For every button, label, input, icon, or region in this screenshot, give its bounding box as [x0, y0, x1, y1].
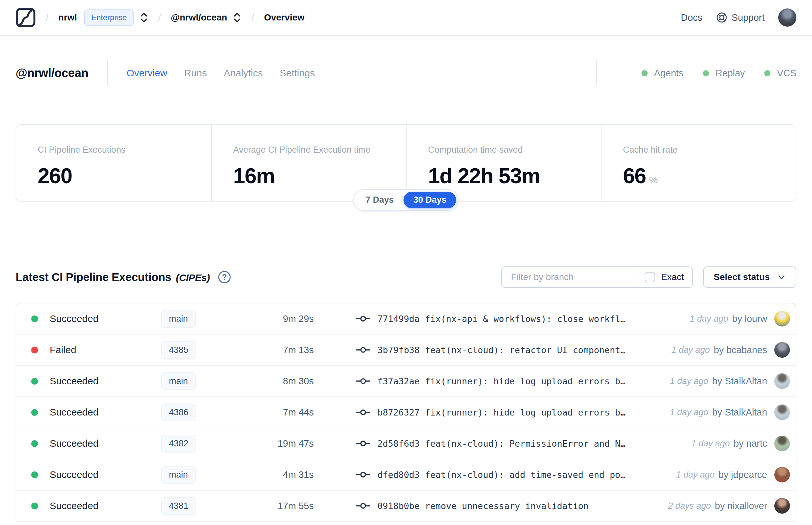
duration-cell: 8m 30s [252, 376, 314, 387]
author-avatar[interactable] [774, 404, 790, 420]
range-30-days[interactable]: 30 Days [403, 192, 456, 208]
status-cell: Succeeded [31, 376, 161, 387]
table-row[interactable]: Succeeded main 9m 29s 771499da fix(nx-ap… [16, 303, 796, 335]
branch-badge[interactable]: main [161, 372, 196, 390]
duration-cell: 7m 13s [252, 345, 314, 356]
branch-badge[interactable]: 4385 [161, 341, 196, 359]
branch-cell: main [161, 372, 252, 390]
commit-message[interactable]: b8726327 fix(runner): hide log upload er… [378, 407, 626, 418]
top-navbar: / nrwl Enterprise / @nrwl/ocean / Overvi… [0, 0, 812, 36]
commit-message[interactable]: 2d58f6d3 feat(nx-cloud): PermissionError… [378, 439, 626, 449]
breadcrumb-org[interactable]: nrwl [58, 12, 77, 23]
author-avatar[interactable] [774, 467, 790, 482]
author-avatar[interactable] [774, 436, 790, 451]
status-cell: Succeeded [31, 469, 161, 480]
status-dot [31, 471, 38, 478]
status-dot [31, 315, 38, 322]
status-dot [31, 378, 38, 385]
commit-cell: b8726327 fix(runner): hide log upload er… [356, 407, 626, 418]
table-filters: Exact Select status [501, 266, 796, 288]
tab-settings[interactable]: Settings [280, 68, 315, 79]
branch-badge[interactable]: main [161, 466, 196, 484]
branch-badge[interactable]: main [161, 310, 196, 328]
commit-message[interactable]: 0918b0be remove unnecessary invalidation [378, 501, 588, 511]
commit-cell: 771499da fix(nx-api & workflows): close … [356, 314, 626, 324]
table-row[interactable]: Succeeded main 4m 31s dfed80d3 feat(nx-c… [16, 460, 796, 491]
commit-message[interactable]: dfed80d3 feat(nx-cloud): add time-saved … [378, 470, 626, 480]
status-agents[interactable]: Agents [642, 68, 684, 79]
commit-message[interactable]: f37a32ae fix(runner): hide log upload er… [378, 376, 626, 386]
git-commit-icon [356, 345, 370, 355]
branch-filter-input[interactable] [502, 267, 635, 287]
time-ago: 1 day ago [670, 376, 708, 386]
section-title: Latest CI Pipeline Executions(CIPEs) [16, 271, 210, 284]
status-vcs[interactable]: VCS [764, 68, 796, 79]
table-row[interactable]: Succeeded main 8m 30s f37a32ae fix(runne… [16, 366, 796, 397]
chevron-down-icon [777, 273, 786, 282]
meta-cell: 1 day ago by jdpearce [676, 467, 790, 482]
support-link[interactable]: Support [716, 12, 765, 24]
breadcrumb-workspace[interactable]: @nrwl/ocean [171, 12, 227, 23]
git-commit-icon [356, 501, 370, 511]
divider [107, 60, 108, 86]
commit-message[interactable]: 3b79fb38 feat(nx-cloud): refactor UI com… [378, 345, 626, 355]
status-cell: Succeeded [31, 313, 161, 324]
status-dot [31, 347, 38, 354]
time-ago: 1 day ago [676, 470, 715, 480]
status-cell: Failed [31, 344, 161, 356]
workspace-switcher-chevron-up-down-icon[interactable] [233, 11, 241, 24]
breadcrumb-page: Overview [264, 12, 305, 23]
author-avatar[interactable] [774, 342, 790, 358]
commit-message[interactable]: 771499da fix(nx-api & workflows): close … [378, 314, 626, 324]
author-avatar[interactable] [774, 373, 790, 389]
range-7-days[interactable]: 7 Days [356, 192, 403, 208]
table-row[interactable]: Succeeded 4381 17m 55s 0918b0be remove u… [16, 491, 796, 522]
status-cell: Succeeded [31, 438, 161, 449]
question-circle-icon[interactable]: ? [218, 271, 231, 283]
breadcrumb-separator: / [45, 11, 48, 24]
breadcrumb-separator: / [251, 11, 254, 24]
stat-card-ci-pipeline-executions: CI Pipeline Executions 260 [16, 125, 211, 201]
stats-section: CI Pipeline Executions 260 Average CI Pi… [16, 124, 796, 202]
table-row[interactable]: Succeeded 4382 19m 47s 2d58f6d3 feat(nx-… [16, 428, 796, 460]
branch-cell: 4385 [161, 341, 252, 359]
exact-checkbox[interactable] [645, 272, 655, 282]
table-row[interactable]: Failed 4385 7m 13s 3b79fb38 feat(nx-clou… [16, 335, 796, 366]
branch-badge[interactable]: 4386 [161, 404, 196, 421]
author-avatar[interactable] [774, 311, 790, 327]
docs-link[interactable]: Docs [681, 12, 702, 23]
commit-author: by nixallover [715, 501, 767, 511]
meta-cell: 1 day ago by lourw [690, 311, 790, 327]
cipe-table: Succeeded main 9m 29s 771499da fix(nx-ap… [16, 303, 796, 522]
nx-cloud-logo-icon[interactable] [16, 7, 36, 28]
author-avatar[interactable] [774, 498, 790, 514]
enterprise-badge[interactable]: Enterprise [84, 10, 134, 26]
exact-toggle: Exact [635, 267, 692, 287]
commit-cell: dfed80d3 feat(nx-cloud): add time-saved … [356, 470, 626, 480]
commit-author: by bcabanes [714, 345, 767, 356]
git-commit-icon [356, 407, 370, 417]
git-commit-icon [356, 439, 370, 448]
tab-overview[interactable]: Overview [127, 68, 167, 79]
org-switcher-chevron-up-down-icon[interactable] [140, 11, 148, 24]
lifebuoy-icon [716, 12, 727, 24]
workspace-header: @nrwl/ocean Overview Runs Analytics Sett… [0, 62, 812, 85]
meta-cell: 1 day ago by nartc [691, 436, 790, 451]
time-ago: 1 day ago [671, 345, 710, 355]
status-replay[interactable]: Replay [703, 68, 745, 79]
status-dot [31, 502, 38, 509]
status-select-dropdown[interactable]: Select status [703, 266, 796, 288]
user-avatar[interactable] [778, 9, 796, 27]
tab-runs[interactable]: Runs [184, 68, 207, 79]
branch-badge[interactable]: 4382 [161, 435, 196, 452]
divider [596, 60, 597, 86]
branch-badge[interactable]: 4381 [161, 497, 196, 515]
tab-analytics[interactable]: Analytics [224, 68, 263, 79]
branch-cell: 4381 [161, 497, 252, 515]
table-row[interactable]: Succeeded 4386 7m 44s b8726327 fix(runne… [16, 397, 796, 428]
meta-cell: 2 days ago by nixallover [668, 498, 790, 514]
meta-cell: 1 day ago by bcabanes [671, 342, 790, 358]
git-commit-icon [356, 470, 370, 480]
branch-cell: main [161, 466, 252, 484]
time-ago: 2 days ago [668, 501, 711, 511]
